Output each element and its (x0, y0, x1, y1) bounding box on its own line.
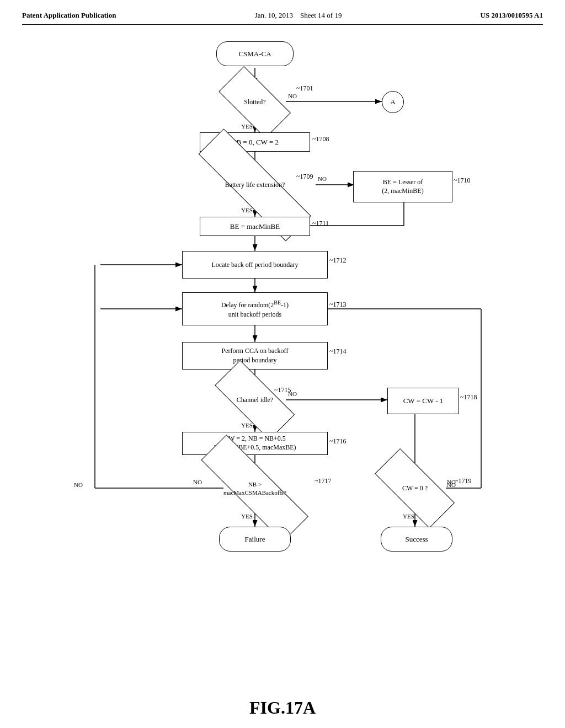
success-label: Success (405, 535, 428, 544)
diamond-1719: CW = 0 ? (376, 470, 454, 506)
tag-1717: ~1717 (315, 477, 332, 485)
node-1717-label: NB >macMaxCSMABackoffs? (223, 480, 286, 496)
node-1714: Perform CCA on backoffperiod boundary (182, 342, 328, 370)
tag-1708: ~1708 (312, 135, 329, 143)
svg-text:NO: NO (288, 93, 297, 99)
diamond-1717: NB >macMaxCSMABackoffs? (197, 470, 313, 506)
node-1716: CW = 2, NB = NB+0.5BE=min(BE+0.5, macMax… (182, 432, 328, 455)
diagram-container: YES NO YES NO (45, 36, 520, 687)
success-node: Success (381, 527, 452, 552)
node-1719-label: CW = 0 ? (402, 484, 428, 493)
circle-a: A (382, 91, 404, 113)
node-1718-label: CW = CW - 1 (403, 397, 444, 405)
tag-1709: ~1709 (296, 173, 313, 181)
svg-text:YES: YES (241, 422, 253, 429)
svg-text:YES: YES (403, 513, 414, 520)
node-1718: CW = CW - 1 (387, 388, 459, 414)
page: Patent Application Publication Jan. 10, … (0, 0, 565, 728)
no-label-1717: NO (74, 481, 83, 488)
node-1711: BE = macMinBE (200, 217, 310, 236)
failure-node: Failure (219, 527, 291, 552)
node-1711-label: BE = macMinBE (230, 222, 280, 231)
start-label: CSMA-CA (238, 50, 271, 58)
header-right: US 2013/0010595 A1 (481, 11, 543, 20)
no-label-1719: NO (447, 481, 456, 488)
tag-1701: ~1701 (296, 84, 313, 93)
tag-1710: ~1710 (454, 176, 471, 185)
circle-a-label: A (390, 98, 395, 106)
node-1712: Locate back off period boundary (182, 251, 328, 279)
node-1709-label: Battery life extension? (225, 181, 285, 189)
tag-1712: ~1712 (329, 256, 347, 265)
figure-title: FIG.17A (22, 698, 543, 718)
node-1715-label: Channel idle? (237, 396, 273, 404)
tag-1714: ~1714 (329, 347, 347, 356)
diamond-1701: Slotted? (222, 84, 288, 120)
node-1714-label: Perform CCA on backoffperiod boundary (222, 346, 289, 365)
page-header: Patent Application Publication Jan. 10, … (22, 11, 543, 25)
node-1710: BE = Lesser of(2, macMinBE) (353, 171, 452, 202)
tag-1715: ~1715 (274, 386, 291, 394)
node-1701-label: Slotted? (244, 98, 265, 106)
failure-label: Failure (245, 535, 265, 544)
node-1713: Delay for random(2BE-1)unit backoff peri… (182, 292, 328, 325)
svg-text:NO: NO (318, 175, 327, 182)
tag-1716: ~1716 (329, 437, 347, 446)
header-center: Jan. 10, 2013 Sheet 14 of 19 (255, 11, 342, 20)
tag-1719: ~1719 (455, 477, 472, 485)
svg-text:YES: YES (241, 207, 253, 213)
tag-1713: ~1713 (329, 301, 347, 309)
tag-1718: ~1718 (460, 393, 477, 402)
node-1712-label: Locate back off period boundary (211, 261, 298, 269)
svg-text:YES: YES (241, 513, 253, 520)
node-1710-label: BE = Lesser of(2, macMinBE) (382, 178, 423, 195)
header-left: Patent Application Publication (22, 11, 116, 20)
start-node: CSMA-CA (216, 41, 294, 66)
tag-1711: ~1711 (312, 220, 329, 228)
node-1713-label: Delay for random(2BE-1)unit backoff peri… (221, 299, 289, 319)
